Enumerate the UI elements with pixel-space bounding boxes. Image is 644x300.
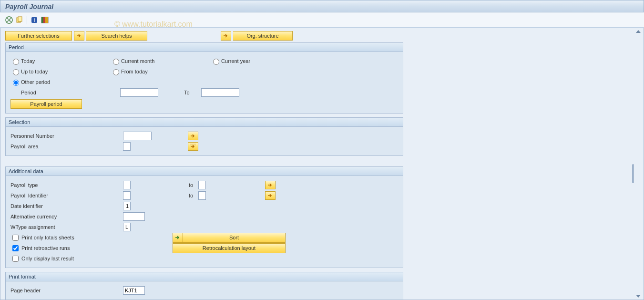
content-area: Further selections Search helps Org. str… bbox=[0, 28, 644, 300]
scroll-down-icon[interactable] bbox=[636, 295, 641, 298]
personnel-number-input[interactable] bbox=[123, 132, 152, 140]
payroll-period-button[interactable]: Payroll period bbox=[10, 99, 82, 109]
variant-icon[interactable] bbox=[15, 16, 24, 24]
payroll-identifier-to-input[interactable] bbox=[198, 191, 206, 200]
radio-current-year[interactable]: Current year bbox=[211, 57, 250, 65]
payroll-type-multi-button[interactable] bbox=[265, 181, 276, 189]
personnel-number-multi-button[interactable] bbox=[188, 132, 198, 140]
period-label: Period bbox=[20, 90, 120, 95]
sort-button[interactable]: Sort bbox=[183, 233, 286, 243]
alternative-currency-label: Alternative currency bbox=[10, 214, 123, 219]
vertical-scrollbar[interactable] bbox=[635, 30, 642, 298]
date-identifier-label: Date identifier bbox=[10, 203, 123, 209]
print-retroactive-checkbox[interactable]: Print retroactive runs bbox=[10, 244, 173, 253]
app-toolbar: i bbox=[0, 12, 644, 28]
window-title-bar: Payroll Journal bbox=[0, 0, 644, 12]
payroll-type-label: Payroll type bbox=[10, 182, 123, 188]
radio-current-month[interactable]: Current month bbox=[111, 57, 192, 65]
scroll-up-icon[interactable] bbox=[636, 30, 641, 33]
payroll-area-multi-button[interactable] bbox=[188, 142, 198, 151]
payroll-identifier-to-label: to bbox=[187, 193, 198, 198]
print-only-totals-checkbox[interactable]: Print only totals sheets bbox=[10, 233, 173, 242]
toolbar-divider-1 bbox=[27, 16, 27, 24]
period-to-input[interactable] bbox=[201, 88, 239, 97]
svg-rect-7 bbox=[43, 17, 45, 23]
selection-group-title: Selection bbox=[6, 118, 403, 127]
alternative-currency-input[interactable] bbox=[123, 212, 145, 221]
print-format-group: Print format Page header bbox=[5, 272, 403, 300]
period-from-input[interactable] bbox=[120, 88, 158, 97]
svg-rect-9 bbox=[190, 144, 196, 145]
info-icon[interactable]: i bbox=[30, 16, 39, 24]
sort-arrow-button[interactable] bbox=[173, 233, 183, 243]
payroll-identifier-multi-button[interactable] bbox=[265, 191, 276, 200]
print-format-group-title: Print format bbox=[6, 272, 403, 281]
personnel-number-label: Personnel Number bbox=[10, 133, 123, 139]
date-identifier-input[interactable] bbox=[123, 202, 131, 210]
org-structure-arrow-button[interactable] bbox=[221, 31, 231, 41]
radio-up-to-today[interactable]: Up to today bbox=[10, 68, 92, 75]
wtype-assignment-input[interactable] bbox=[123, 223, 131, 231]
scroll-thumb[interactable] bbox=[632, 164, 634, 183]
additional-data-group-title: Additional data bbox=[6, 167, 403, 176]
period-group: Period Today Current month Current year … bbox=[5, 42, 403, 114]
payroll-area-label: Payroll area bbox=[10, 144, 123, 149]
page-header-input[interactable] bbox=[123, 286, 145, 295]
additional-data-group: Additional data Payroll type to Payroll … bbox=[5, 166, 403, 268]
execute-icon[interactable] bbox=[5, 16, 13, 24]
radio-other-period[interactable]: Other period bbox=[10, 78, 50, 86]
period-to-label: To bbox=[182, 90, 201, 95]
svg-rect-6 bbox=[41, 17, 43, 23]
only-display-last-checkbox[interactable]: Only display last result bbox=[10, 254, 74, 263]
svg-text:i: i bbox=[34, 18, 35, 23]
retro-layout-button[interactable]: Retrocalculation layout bbox=[173, 243, 286, 253]
layout-icon[interactable] bbox=[41, 16, 49, 24]
radio-from-today[interactable]: From today bbox=[111, 68, 148, 75]
payroll-type-to-label: to bbox=[187, 182, 198, 188]
payroll-type-to-input[interactable] bbox=[198, 181, 206, 189]
further-selections-button[interactable]: Further selections bbox=[5, 31, 72, 41]
page-header-label: Page header bbox=[10, 288, 123, 293]
wtype-assignment-label: WType assignment bbox=[10, 224, 123, 230]
search-helps-arrow-button[interactable] bbox=[74, 31, 84, 41]
window-title: Payroll Journal bbox=[5, 3, 53, 10]
svg-rect-8 bbox=[45, 17, 48, 23]
svg-rect-2 bbox=[18, 17, 22, 21]
search-helps-button[interactable]: Search helps bbox=[86, 31, 147, 41]
selection-button-row: Further selections Search helps Org. str… bbox=[5, 31, 639, 41]
selection-group: Selection Personnel Number Payroll area bbox=[5, 117, 403, 156]
radio-today[interactable]: Today bbox=[10, 57, 92, 65]
payroll-identifier-label: Payroll Identifier bbox=[10, 193, 123, 198]
payroll-area-input[interactable] bbox=[123, 142, 131, 151]
org-structure-button[interactable]: Org. structure bbox=[233, 31, 293, 41]
period-group-title: Period bbox=[6, 43, 403, 52]
payroll-identifier-from-input[interactable] bbox=[123, 191, 131, 200]
payroll-type-from-input[interactable] bbox=[123, 181, 131, 189]
